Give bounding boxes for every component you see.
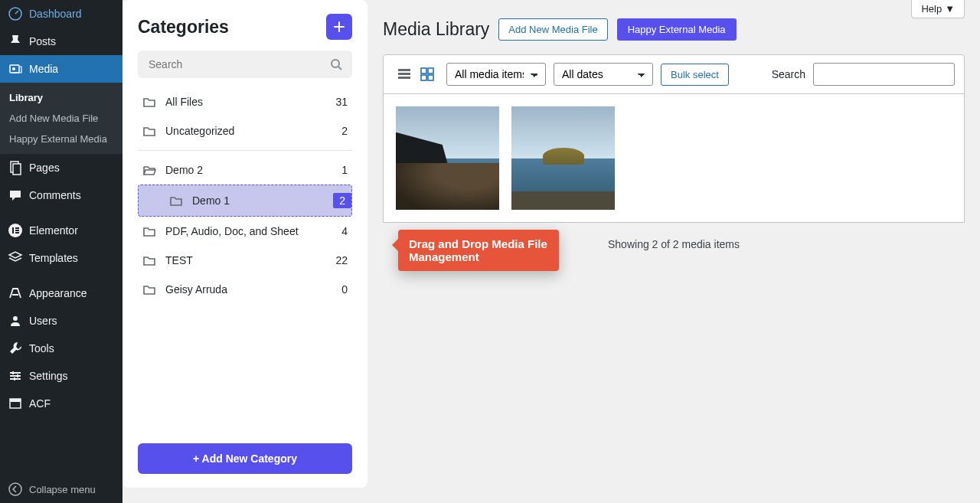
happy-external-media-button[interactable]: Happy External Media	[617, 18, 737, 41]
filter-media-type[interactable]: All media items	[446, 63, 546, 86]
search-icon	[329, 57, 343, 71]
svg-rect-24	[421, 68, 426, 73]
categories-panel: Categories All Files 31 Uncategorized 2	[122, 0, 368, 488]
category-divider	[138, 150, 352, 151]
nav-label: Tools	[29, 342, 54, 354]
nav-label: Templates	[29, 252, 78, 264]
category-count: 4	[341, 225, 348, 237]
nav-media-sub: Library Add New Media File Happy Externa…	[0, 83, 122, 154]
appearance-icon	[8, 286, 23, 301]
media-icon	[8, 61, 23, 77]
nav-comments[interactable]: Comments	[0, 181, 122, 209]
svg-rect-14	[12, 371, 14, 374]
folder-icon	[142, 253, 156, 267]
view-list-button[interactable]	[393, 63, 416, 86]
nav-label: Media	[29, 63, 58, 75]
sub-happy-external[interactable]: Happy External Media	[0, 129, 122, 149]
svg-point-20	[332, 60, 339, 67]
nav-templates[interactable]: Templates	[0, 244, 122, 272]
svg-rect-26	[421, 75, 426, 80]
svg-rect-9	[15, 232, 19, 234]
collapse-label: Collapse menu	[29, 484, 96, 495]
collapse-menu[interactable]: Collapse menu	[0, 475, 122, 503]
templates-icon	[8, 250, 23, 266]
svg-rect-22	[398, 73, 410, 75]
nav-label: Settings	[29, 370, 68, 382]
svg-point-10	[13, 316, 18, 321]
media-item[interactable]	[396, 106, 499, 210]
svg-rect-25	[428, 68, 433, 73]
category-uncategorized[interactable]: Uncategorized 2	[138, 116, 352, 145]
media-gallery	[383, 94, 965, 223]
category-count: 2	[341, 125, 348, 137]
media-item[interactable]	[511, 106, 615, 210]
list-icon	[397, 67, 412, 82]
nav-elementor[interactable]: Elementor	[0, 217, 122, 244]
svg-point-19	[9, 483, 21, 495]
svg-rect-16	[14, 377, 15, 381]
folder-icon	[142, 283, 156, 296]
category-count: 0	[341, 283, 348, 296]
category-demo2[interactable]: Demo 2 1	[138, 155, 352, 185]
category-count: 31	[335, 96, 348, 108]
category-label: Demo 1	[192, 194, 333, 207]
category-count: 22	[335, 254, 348, 266]
category-test[interactable]: TEST 22	[138, 246, 352, 275]
nav-tools[interactable]: Tools	[0, 335, 122, 362]
sub-library[interactable]: Library	[0, 87, 122, 108]
add-category-icon-button[interactable]	[326, 14, 352, 40]
category-all-files[interactable]: All Files 31	[138, 87, 352, 116]
category-label: TEST	[165, 254, 335, 266]
svg-rect-23	[398, 77, 410, 79]
settings-icon	[8, 368, 23, 384]
help-tab[interactable]: Help ▼	[911, 0, 965, 18]
search-label: Search	[772, 68, 805, 80]
nav-posts[interactable]: Posts	[0, 28, 122, 55]
svg-rect-15	[17, 374, 18, 377]
nav-label: Users	[29, 315, 57, 327]
category-demo1[interactable]: Demo 1 2	[138, 185, 352, 217]
main-content: Help ▼ Media Library Add New Media File …	[368, 0, 980, 503]
nav-dashboard[interactable]: Dashboard	[0, 0, 122, 28]
folder-icon	[169, 194, 183, 207]
filter-dates[interactable]: All dates	[554, 63, 653, 86]
category-pdf-audio[interactable]: PDF, Audio, Doc, and Sheet 4	[138, 217, 352, 246]
folder-open-icon	[142, 163, 156, 177]
category-search	[138, 51, 352, 78]
nav-users[interactable]: Users	[0, 307, 122, 335]
nav-label: Posts	[29, 35, 56, 47]
svg-rect-4	[13, 164, 21, 175]
admin-sidebar: Dashboard Posts Media Library Add New Me…	[0, 0, 122, 503]
media-toolbar: All media items All dates Bulk select Se…	[383, 54, 965, 94]
nav-settings[interactable]: Settings	[0, 362, 122, 390]
svg-rect-11	[10, 372, 21, 374]
category-geisy[interactable]: Geisy Arruda 0	[138, 275, 352, 304]
pages-icon	[8, 160, 23, 175]
tools-icon	[8, 341, 23, 356]
nav-label: Pages	[29, 162, 60, 174]
category-label: Uncategorized	[165, 125, 341, 137]
svg-rect-7	[15, 227, 19, 229]
category-count: 1	[341, 164, 348, 176]
chevron-down-icon: ▼	[945, 3, 955, 15]
nav-appearance[interactable]: Appearance	[0, 279, 122, 307]
media-search-input[interactable]	[813, 63, 955, 86]
plus-icon	[333, 21, 345, 33]
add-new-category-button[interactable]: + Add New Category	[138, 443, 352, 474]
svg-rect-21	[398, 69, 410, 71]
sub-add-new[interactable]: Add New Media File	[0, 108, 122, 129]
category-label: PDF, Audio, Doc, and Sheet	[165, 225, 341, 237]
category-label: Demo 2	[165, 164, 341, 176]
drag-drop-callout: Drag and Drop Media File Management	[398, 230, 559, 271]
nav-label: ACF	[29, 397, 51, 410]
bulk-select-button[interactable]: Bulk select	[661, 64, 729, 86]
category-search-input[interactable]	[138, 51, 352, 78]
nav-media[interactable]: Media	[0, 55, 122, 83]
svg-point-2	[12, 67, 15, 70]
svg-rect-6	[12, 227, 14, 234]
add-new-media-button[interactable]: Add New Media File	[498, 18, 607, 41]
nav-pages[interactable]: Pages	[0, 154, 122, 181]
nav-acf[interactable]: ACF	[0, 390, 122, 417]
view-grid-button[interactable]	[416, 63, 439, 86]
pin-icon	[8, 34, 23, 49]
